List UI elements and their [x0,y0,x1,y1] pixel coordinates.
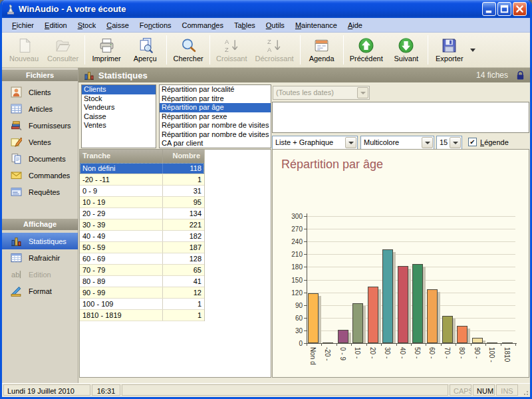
toolbar-label-croissant: Croissant [216,55,247,63]
stat-ca-par-client[interactable]: CA par client [160,139,271,148]
table-row[interactable]: Non défini118 [80,163,204,174]
menu-fonctions[interactable]: Fonctions [135,19,176,31]
close-button[interactable] [513,2,527,16]
stat-repartition-par-sexe[interactable]: Répartition par sexe [160,112,271,122]
checkbox-check-icon[interactable]: ✔ [468,138,477,146]
fournisseurs-icon [11,120,22,131]
resize-grip[interactable] [519,384,529,396]
y-gridline [307,305,515,306]
x-tick-label: -20 - [324,347,331,374]
cell-tranche: 40 - 49 [80,231,162,241]
stat-repartition-par-nombre-de-visites-p[interactable]: Répartition par nombre de visites (p [160,121,271,130]
category-caisse[interactable]: Caisse [82,112,156,122]
maximize-button[interactable] [497,2,511,16]
minimize-button[interactable] [482,2,496,16]
menu-stock[interactable]: Stock [73,19,101,31]
bar-shadow [438,292,440,343]
chevron-down-icon[interactable] [450,137,461,148]
menu-fichier[interactable]: Fichier [7,19,39,31]
chevron-down-icon[interactable] [422,137,433,148]
color-scheme-select[interactable]: Multicolore [360,136,434,150]
cell-tranche: 60 - 69 [80,253,162,264]
sidebar-item-articles[interactable]: Articles [2,100,78,117]
ventes-icon [11,136,22,148]
toolbar-dropdown-arrow-icon[interactable] [470,49,475,52]
sidebar-item-rafraichir[interactable]: Rafraichir [2,249,78,266]
stat-repartition-par-nombre-de-visites-l[interactable]: Répartition par nombre de visites (l [160,130,271,140]
bar-chart: 0306090120150180210240270300Non d-20 -0 … [273,150,529,377]
menu-outils[interactable]: Outils [261,19,289,31]
toolbar-button-precedent[interactable]: Précédent [346,35,387,66]
chevron-down-icon[interactable] [345,137,356,148]
table-row[interactable]: 1810 - 18191 [80,310,204,321]
agenda-icon [313,37,330,54]
open-folder-icon [55,37,71,54]
toolbar-button-chercher[interactable]: Chercher [169,35,207,66]
sidebar-item-commandes[interactable]: Commandes [2,167,78,184]
sidebar-section-affichage: AffichageStatistiquesRafraichirabEdition… [2,219,78,299]
table-row[interactable]: 60 - 69128 [80,253,204,265]
column-header-nombre[interactable]: Nombre [162,150,204,163]
display-mode-select[interactable]: Liste + Graphique [272,136,358,150]
table-row[interactable]: 10 - 1995 [80,197,204,208]
date-filter-select: (Toutes les dates) [273,86,370,100]
toolbar-button-imprimer[interactable]: Imprimer [87,35,126,66]
toolbar-label-consulter: Consulter [47,55,78,63]
sidebar-item-format[interactable]: Format [2,283,78,299]
app-icon [5,4,16,15]
table-row[interactable]: 90 - 9912 [80,287,204,299]
menu-maintenance[interactable]: Maintenance [291,19,342,31]
menu-caisse[interactable]: Caisse [102,19,134,31]
category-ventes[interactable]: Ventes [82,121,156,130]
menu-edition[interactable]: Edition [40,19,72,31]
statistics-header-icon [84,70,94,80]
statistics-list: Répartition par localitéRépartition par … [159,84,271,148]
sidebar-item-ventes[interactable]: Ventes [2,134,78,150]
cell-nombre: 12 [162,287,204,298]
content-area: ClientsStockVendeursCaisseVentes Réparti… [78,82,530,383]
table-row[interactable]: 70 - 7965 [80,265,204,276]
menu-tables[interactable]: Tables [229,19,260,31]
menu-commandes[interactable]: Commandes [178,19,228,31]
category-clients[interactable]: Clients [82,85,156,94]
legend-checkbox[interactable]: ✔ Légende [468,138,509,146]
svg-text:ab: ab [11,271,19,279]
cell-tranche: 20 - 29 [80,208,162,219]
column-header-tranche[interactable]: Tranche [80,150,162,163]
bar-count-select[interactable]: 15 [436,136,462,150]
sidebar-item-statistiques[interactable]: Statistiques [2,233,78,249]
cell-tranche: 10 - 19 [80,197,162,207]
table-row[interactable]: 100 - 1091 [80,299,204,310]
status-indicator-num: NUM [473,384,495,396]
toolbar-button-agenda[interactable]: Agenda [303,35,341,66]
stat-repartition-par-titre[interactable]: Répartition par titre [160,94,271,104]
stat-repartition-par-age[interactable]: Répartition par âge [160,103,271,112]
stat-repartition-par-localite[interactable]: Répartition par localité [160,85,271,94]
category-vendeurs[interactable]: Vendeurs [82,103,156,112]
toolbar-separator [166,35,167,65]
y-tick-label: 210 [281,251,303,258]
bar-shadow [363,306,366,343]
table-row[interactable]: 50 - 59187 [80,242,204,253]
svg-text:Z: Z [225,47,229,53]
toolbar-button-apercu[interactable]: Aperçu [126,35,164,66]
sidebar-item-clients[interactable]: Clients [2,84,78,100]
table-row[interactable]: 80 - 8941 [80,276,204,287]
sidebar-item-fournisseurs[interactable]: Fournisseurs [2,117,78,134]
menu-aide[interactable]: Aide [343,19,367,31]
table-row[interactable]: 0 - 931 [80,186,204,197]
toolbar-button-exporter[interactable]: Exporter [430,35,469,66]
category-stock[interactable]: Stock [82,94,156,104]
y-tick-label: 60 [281,315,303,322]
table-row[interactable]: 40 - 49182 [80,231,204,242]
tranche-table: TrancheNombreNon défini118-20 - -1110 - … [80,150,205,321]
toolbar-label-precedent: Précédent [350,55,383,63]
table-row[interactable]: 20 - 29134 [80,208,204,219]
chart-bar-30-39 [382,249,393,343]
sidebar-item-requetes[interactable]: Requêtes [2,184,78,200]
table-row[interactable]: 30 - 39221 [80,219,204,231]
sidebar-item-documents[interactable]: Documents [2,150,78,167]
table-row[interactable]: -20 - -111 [80,174,204,186]
toolbar-button-suivant[interactable]: Suivant [387,35,426,66]
section-header: Statistiques 14 fiches [78,68,530,82]
